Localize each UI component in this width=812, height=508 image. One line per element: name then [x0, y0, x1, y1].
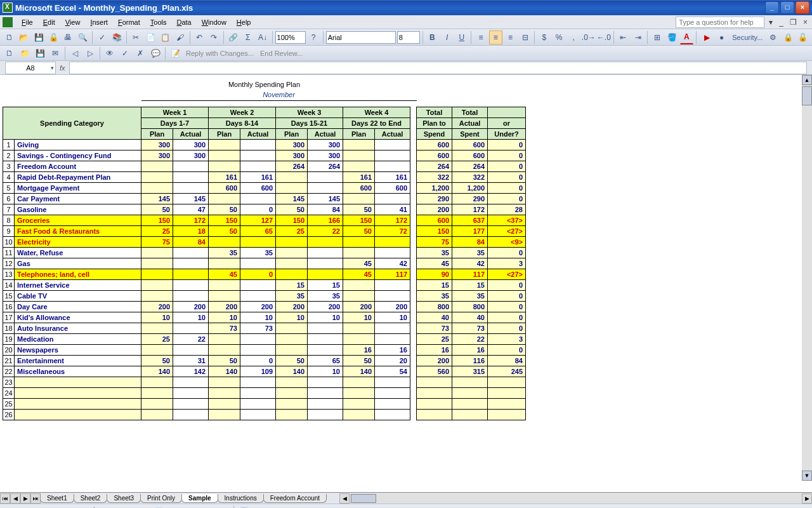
total-actual-cell[interactable]: 290	[452, 193, 488, 204]
total-actual-cell[interactable]: 35	[452, 290, 488, 301]
plan-cell[interactable]: 50	[141, 355, 173, 366]
total-plan-cell[interactable]: 75	[417, 236, 452, 247]
total-actual-cell[interactable]: 22	[452, 333, 488, 344]
category-cell[interactable]: Newspapers	[15, 344, 141, 355]
line-icon[interactable]: ╲	[89, 505, 103, 509]
plan-cell[interactable]	[343, 139, 375, 150]
plan-cell[interactable]: 73	[209, 323, 240, 333]
plan-cell[interactable]	[276, 269, 308, 279]
close-button[interactable]: ×	[796, 1, 809, 14]
dash-style-icon[interactable]: ┅	[301, 505, 315, 509]
over-under-cell[interactable]: <27>	[488, 225, 526, 236]
category-cell[interactable]: Water, Refuse	[15, 247, 141, 258]
sheet-tab-sheet2[interactable]: Sheet2	[74, 494, 108, 503]
actual-cell[interactable]	[173, 161, 209, 171]
total-actual-cell[interactable]: 600	[452, 150, 488, 161]
total-plan-cell[interactable]: 35	[417, 247, 452, 258]
over-under-cell[interactable]: 0	[488, 150, 526, 161]
plan-cell[interactable]: 50	[209, 204, 240, 215]
over-under-cell[interactable]: 0	[488, 323, 526, 333]
plan-cell[interactable]	[343, 247, 375, 258]
plan-cell[interactable]: 150	[141, 215, 173, 225]
actual-cell[interactable]	[240, 279, 276, 290]
plan-cell[interactable]: 200	[276, 301, 308, 312]
plan-cell[interactable]: 10	[343, 312, 375, 323]
new-icon[interactable]: 🗋	[3, 30, 16, 44]
clipart-icon[interactable]: 🖼	[200, 505, 214, 509]
plan-cell[interactable]	[209, 161, 240, 171]
sheet-tab-print-only[interactable]: Print Only	[140, 494, 182, 503]
plan-cell[interactable]: 300	[276, 139, 308, 150]
plan-cell[interactable]	[343, 193, 375, 204]
sort-asc-icon[interactable]: A↓	[256, 30, 269, 44]
actual-cell[interactable]: 117	[375, 269, 410, 279]
paste-icon[interactable]: 📋	[159, 30, 172, 44]
plan-cell[interactable]	[276, 182, 308, 193]
total-actual-cell[interactable]: 40	[452, 312, 488, 323]
sheet-tab-instructions[interactable]: Instructions	[218, 494, 264, 503]
category-cell[interactable]: Electricity	[15, 236, 141, 247]
over-under-cell[interactable]: 0	[488, 182, 526, 193]
open-icon[interactable]: 📂	[17, 30, 30, 44]
plan-cell[interactable]: 150	[209, 215, 240, 225]
decrease-decimal-icon[interactable]: ←.0	[597, 30, 611, 44]
rev-next-icon[interactable]: ▷	[83, 46, 97, 60]
actual-cell[interactable]	[375, 150, 410, 161]
actual-cell[interactable]	[308, 333, 343, 344]
plan-cell[interactable]: 140	[343, 366, 375, 377]
over-under-cell[interactable]: 0	[488, 290, 526, 301]
actual-cell[interactable]: 18	[173, 225, 209, 236]
data-row[interactable]: 3Freedom Account2642642642640	[3, 161, 526, 171]
category-cell[interactable]: Gasoline	[15, 204, 141, 215]
data-row[interactable]: 2Savings - Contingency Fund3003003003006…	[3, 150, 526, 161]
menu-data[interactable]: Data	[171, 17, 196, 28]
total-actual-cell[interactable]: 1,200	[452, 182, 488, 193]
hscroll-thumb[interactable]	[351, 494, 376, 503]
over-under-cell[interactable]: 0	[488, 161, 526, 171]
total-plan-cell[interactable]: 90	[417, 269, 452, 279]
reply-changes-button[interactable]: Reply with Changes...	[183, 50, 256, 57]
plan-cell[interactable]: 150	[276, 215, 308, 225]
data-row[interactable]: 8Groceries150172150127150166150172600637…	[3, 215, 526, 225]
data-row[interactable]: 20Newspapers161616160	[3, 344, 526, 355]
plan-cell[interactable]	[141, 269, 173, 279]
total-actual-cell[interactable]: 42	[452, 258, 488, 269]
end-review-button[interactable]: End Review...	[258, 50, 305, 57]
actual-cell[interactable]: 200	[173, 301, 209, 312]
total-actual-cell[interactable]: 116	[452, 355, 488, 366]
undo-icon[interactable]: ↶	[193, 30, 206, 44]
actual-cell[interactable]: 172	[173, 215, 209, 225]
category-cell[interactable]: Giving	[15, 139, 141, 150]
rev-comment-icon[interactable]: 💬	[148, 46, 162, 60]
doc-restore-button[interactable]: ❐	[788, 18, 799, 27]
3d-icon[interactable]: ◪	[348, 505, 362, 509]
actual-cell[interactable]: 200	[240, 301, 276, 312]
picture-icon[interactable]: 🏞	[216, 505, 230, 509]
plan-cell[interactable]: 50	[343, 204, 375, 215]
formula-input[interactable]	[69, 62, 807, 74]
over-under-cell[interactable]: 3	[488, 258, 526, 269]
data-row[interactable]: 16Day Care200200200200200200200200800800…	[3, 301, 526, 312]
category-cell[interactable]: Gas	[15, 258, 141, 269]
actual-cell[interactable]	[308, 269, 343, 279]
over-under-cell[interactable]: 3	[488, 333, 526, 344]
borders-icon[interactable]: ⊞	[650, 30, 664, 44]
plan-cell[interactable]: 140	[209, 366, 240, 377]
security-button[interactable]: Security...	[730, 34, 765, 41]
actual-cell[interactable]: 600	[375, 182, 410, 193]
total-plan-cell[interactable]: 40	[417, 312, 452, 323]
sheet-tab-sample[interactable]: Sample	[181, 494, 218, 503]
plan-cell[interactable]	[141, 171, 173, 182]
actual-cell[interactable]: 31	[173, 355, 209, 366]
actual-cell[interactable]	[173, 269, 209, 279]
rev-open-icon[interactable]: 📁	[18, 46, 32, 60]
plan-cell[interactable]: 200	[141, 301, 173, 312]
menu-view[interactable]: View	[60, 17, 86, 28]
over-under-cell[interactable]: <37>	[488, 215, 526, 225]
category-cell[interactable]: Freedom Account	[15, 161, 141, 171]
actual-cell[interactable]	[375, 193, 410, 204]
actual-cell[interactable]	[375, 161, 410, 171]
data-row[interactable]: 11Water, Refuse353535350	[3, 247, 526, 258]
play-icon[interactable]: ▶	[700, 30, 714, 44]
actual-cell[interactable]: 84	[173, 236, 209, 247]
